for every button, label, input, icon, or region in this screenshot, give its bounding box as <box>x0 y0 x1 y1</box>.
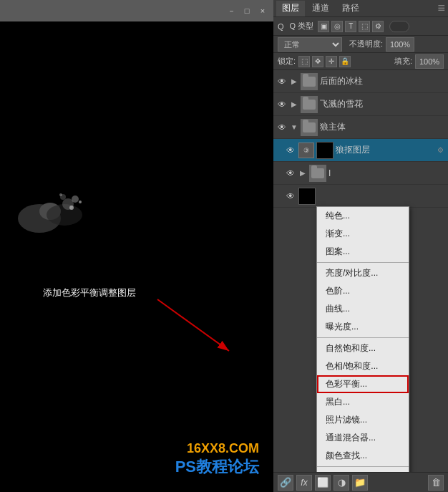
layer-item[interactable]: 👁 ▶ 后面的冰柱 <box>273 70 448 93</box>
menu-item-levels[interactable]: 色阶... <box>317 282 409 300</box>
layer-name: 飞溅的雪花 <box>320 98 445 110</box>
filter-shape-icon[interactable]: ⬚ <box>359 21 370 32</box>
lock-paint-icon[interactable]: ✥ <box>312 56 323 67</box>
menu-item-photo-filter[interactable]: 照片滤镜... <box>317 411 409 429</box>
layer-visibility-icon[interactable]: 👁 <box>285 168 296 179</box>
layer-expand-icon[interactable]: ▶ <box>290 77 298 86</box>
svg-point-8 <box>59 193 62 196</box>
layer-item[interactable]: 👁 <box>273 185 448 208</box>
menu-item-gradient[interactable]: 渐变... <box>317 225 409 243</box>
restore-button[interactable]: □ <box>242 6 252 16</box>
blend-mode-select[interactable]: 正常 <box>278 37 342 52</box>
menu-item-color-lookup[interactable]: 颜色查找... <box>317 447 409 465</box>
close-button[interactable]: × <box>258 6 268 16</box>
link-layers-button[interactable]: 🔗 <box>278 475 293 491</box>
mask-icon: ⬜ <box>317 477 328 488</box>
watermark: 16XX8.COM PS教程论坛 <box>175 441 259 478</box>
layer-expand-icon[interactable]: ▶ <box>298 169 307 178</box>
menu-item-hsl[interactable]: 色相/饱和度... <box>317 357 409 375</box>
layer-visibility-icon[interactable]: 👁 <box>285 190 296 202</box>
tab-channels[interactable]: 通道 <box>306 1 335 16</box>
svg-point-1 <box>39 203 61 220</box>
filter-icons: ▣ ◎ T ⬚ ⚙ <box>318 21 384 32</box>
svg-point-5 <box>60 194 66 200</box>
filter-text-icon[interactable]: T <box>345 21 356 32</box>
opacity-value[interactable]: 100% <box>386 37 414 52</box>
adjustment-icon: ◑ <box>338 477 346 488</box>
filter-adjust-icon[interactable]: ◎ <box>331 21 343 32</box>
menu-item-solid[interactable]: 纯色... <box>317 207 409 225</box>
layer-expand-icon[interactable]: ▶ <box>290 100 298 109</box>
add-group-button[interactable]: 📁 <box>352 475 368 491</box>
add-mask-button[interactable]: ⬜ <box>315 475 331 491</box>
tab-layers[interactable]: 图层 <box>276 1 305 16</box>
context-menu: 纯色... 渐变... 图案... 亮度/对比度... 色阶... 曲线... … <box>316 206 409 472</box>
effects-icon: fx <box>301 478 307 488</box>
fill-value[interactable]: 100% <box>415 54 444 69</box>
watermark-site: 16XX8.COM <box>175 441 259 456</box>
svg-point-0 <box>18 204 61 233</box>
menu-item-curves[interactable]: 曲线... <box>317 300 409 318</box>
layer-visibility-icon[interactable]: 👁 <box>276 76 288 87</box>
layer-thumbnail <box>301 119 318 136</box>
lock-all-icon[interactable]: 🔒 <box>339 56 351 67</box>
filter-search-icon: Q <box>278 22 284 31</box>
menu-item-brightness[interactable]: 亮度/对比度... <box>317 264 409 282</box>
menu-item-channel-mixer[interactable]: 通道混合器... <box>317 429 409 447</box>
menu-item-color-balance[interactable]: 色彩平衡... <box>317 375 409 393</box>
menu-item-exposure[interactable]: 曝光度... <box>317 318 409 336</box>
layer-item[interactable]: 👁 ▼ 狼主体 <box>273 116 448 139</box>
tab-paths[interactable]: 路径 <box>336 1 365 16</box>
trash-icon: 🗑 <box>432 477 441 488</box>
lock-position-icon[interactable]: ✛ <box>326 56 337 67</box>
layer-item[interactable]: 👁 ▶ I <box>273 162 448 185</box>
layer-name: 后面的冰柱 <box>320 75 445 87</box>
lock-label: 锁定: <box>278 56 296 67</box>
canvas-titlebar: － □ × <box>0 0 273 21</box>
panel-menu-icon[interactable]: ≡ <box>437 1 445 16</box>
layer-item[interactable]: 👁 ▶ 飞溅的雪花 <box>273 93 448 116</box>
delete-layer-button[interactable]: 🗑 <box>428 475 444 491</box>
layer-item-selected[interactable]: 👁 ③ 狼抠图层 ⚙ <box>273 139 448 162</box>
svg-point-4 <box>72 196 79 203</box>
layer-expand-icon[interactable]: ▼ <box>290 123 298 132</box>
layer-visibility-icon[interactable]: 👁 <box>276 99 288 110</box>
menu-item-invert[interactable]: 反相 <box>317 468 409 472</box>
svg-point-7 <box>79 201 82 203</box>
link-icon: 🔗 <box>280 477 291 488</box>
filter-pixel-icon[interactable]: ▣ <box>318 21 329 32</box>
menu-item-vibrance[interactable]: 自然饱和度... <box>317 339 409 357</box>
menu-divider <box>317 337 409 338</box>
panel-tabs: 图层 通道 路径 ≡ <box>273 0 448 17</box>
lock-transparent-icon[interactable]: ⬚ <box>298 56 310 67</box>
minimize-button[interactable]: － <box>226 6 236 16</box>
annotation-text: 添加色彩平衡调整图层 <box>43 286 136 299</box>
add-style-button[interactable]: fx <box>296 475 312 491</box>
svg-point-6 <box>69 206 74 210</box>
lock-row: 锁定: ⬚ ✥ ✛ 🔒 填充: 100% <box>273 53 448 70</box>
svg-line-9 <box>157 299 229 351</box>
filter-toggle[interactable] <box>389 21 409 32</box>
watermark-forum: PS教程论坛 <box>175 456 259 478</box>
layer-thumbnail <box>298 188 316 205</box>
svg-point-3 <box>62 198 74 210</box>
layer-thumbnail <box>301 73 318 90</box>
right-panel: 图层 通道 路径 ≡ Q Q 类型 ▣ ◎ T ⬚ ⚙ 正常 不透明度: 100… <box>273 0 448 492</box>
folder-icon: 📁 <box>354 477 366 488</box>
menu-item-bw[interactable]: 黑白... <box>317 393 409 411</box>
layer-visibility-icon[interactable]: 👁 <box>285 145 296 156</box>
blend-row: 正常 不透明度: 100% <box>273 36 448 53</box>
add-adjustment-button[interactable]: ◑ <box>333 475 349 491</box>
layer-thumbnail <box>309 165 326 182</box>
canvas-area: － □ × <box>0 0 273 492</box>
main-container: － □ × <box>0 0 448 492</box>
layer-visibility-icon[interactable]: 👁 <box>276 122 288 133</box>
menu-item-pattern[interactable]: 图案... <box>317 243 409 261</box>
layer-options-icon[interactable]: ⚙ <box>435 145 445 155</box>
filter-smart-icon[interactable]: ⚙ <box>372 21 384 32</box>
layers-toolbar: 🔗 fx ⬜ ◑ 📁 🗑 <box>273 472 448 492</box>
layer-special-icon: ③ <box>298 143 314 158</box>
layer-filter-row: Q Q 类型 ▣ ◎ T ⬚ ⚙ <box>273 17 448 36</box>
menu-divider <box>317 466 409 467</box>
annotation-arrow <box>0 21 273 492</box>
